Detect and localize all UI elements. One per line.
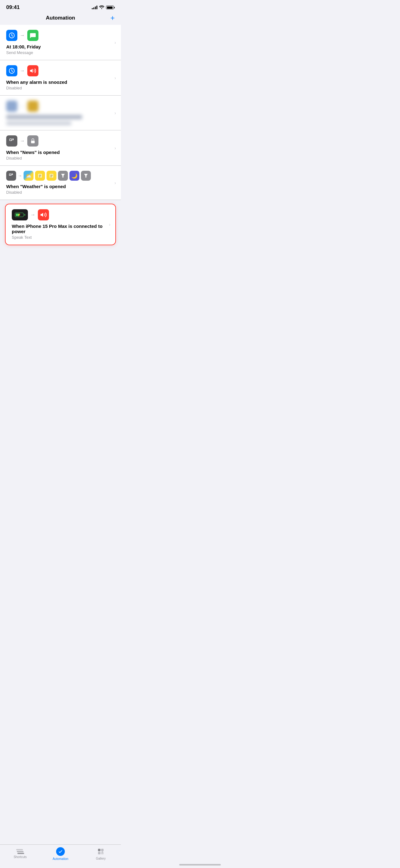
volume-result-icon bbox=[27, 65, 38, 76]
svg-marker-2 bbox=[30, 69, 33, 73]
app-open-trigger-icon-5 bbox=[6, 171, 16, 181]
item-subtitle: Send Message bbox=[6, 50, 115, 55]
automation-item-1[interactable]: → At 18:00, Friday Send Message › bbox=[0, 25, 121, 60]
wifi-icon bbox=[99, 5, 104, 10]
automation-item-4[interactable]: → When "News" is opened Disabled › bbox=[0, 130, 121, 166]
status-time: 09:41 bbox=[6, 4, 20, 10]
automation-list: → At 18:00, Friday Send Message › → bbox=[0, 25, 121, 280]
clock-trigger-icon bbox=[6, 30, 18, 41]
volume-result-icon-6 bbox=[38, 209, 49, 220]
item-subtitle-4: Disabled bbox=[6, 156, 115, 160]
add-automation-button[interactable]: + bbox=[110, 14, 115, 22]
automation-item-6-highlighted[interactable]: ⚡ → When iPhone 15 Pro Max is connected … bbox=[5, 204, 116, 245]
arrow-icon-6: → bbox=[30, 212, 35, 218]
battery-charging-trigger-icon: ⚡ bbox=[12, 209, 28, 220]
nav-header: Automation + bbox=[0, 12, 121, 25]
notes-icon-1 bbox=[35, 171, 45, 181]
item-title-5: When "Weather" is opened bbox=[6, 184, 115, 189]
battery-icon bbox=[106, 6, 115, 9]
status-bar: 09:41 bbox=[0, 0, 121, 12]
svg-rect-3 bbox=[31, 141, 35, 143]
chevron-icon-6: › bbox=[109, 222, 110, 227]
clock-trigger-icon-2 bbox=[6, 65, 18, 76]
chevron-icon-2: › bbox=[114, 75, 116, 81]
filter-icon-2 bbox=[81, 171, 91, 181]
status-icons bbox=[92, 5, 115, 10]
item-title: At 18:00, Friday bbox=[6, 44, 115, 49]
notes-icon-2 bbox=[46, 171, 57, 181]
arrow-icon-5: → bbox=[18, 173, 22, 178]
item-subtitle-2: Disabled bbox=[6, 86, 115, 90]
chevron-icon: › bbox=[114, 40, 116, 45]
item-icons-row-6: ⚡ → bbox=[12, 209, 109, 220]
svg-marker-12 bbox=[61, 174, 65, 178]
arrow-icon-4: → bbox=[20, 138, 25, 144]
item-subtitle-5: Disabled bbox=[6, 190, 115, 195]
chevron-icon-4: › bbox=[114, 146, 116, 151]
app-open-trigger-icon bbox=[6, 135, 18, 147]
arrow-icon: → bbox=[20, 33, 25, 38]
automation-item-2[interactable]: → When any alarm is snoozed Disabled › bbox=[0, 60, 121, 96]
weather-icon: ⛅ bbox=[24, 171, 33, 181]
item-subtitle-6: Speak Text bbox=[12, 235, 109, 240]
svg-marker-13 bbox=[84, 174, 88, 178]
lock-result-icon bbox=[27, 135, 38, 147]
filter-icon-1 bbox=[58, 171, 68, 181]
blurred-content: → bbox=[6, 101, 115, 125]
item-title-4: When "News" is opened bbox=[6, 150, 115, 155]
item-icons-row-4: → bbox=[6, 135, 115, 147]
item-icons-row: → bbox=[6, 30, 115, 41]
messages-result-icon bbox=[27, 30, 38, 41]
automation-item-5[interactable]: → ⛅ bbox=[0, 166, 121, 200]
signal-bars-icon bbox=[92, 6, 97, 9]
page-title: Automation bbox=[46, 15, 75, 21]
item-title-2: When any alarm is snoozed bbox=[6, 80, 115, 85]
automation-item-3-blurred[interactable]: → › bbox=[0, 96, 121, 130]
svg-marker-14 bbox=[41, 213, 43, 217]
chevron-icon-5: › bbox=[114, 180, 116, 185]
item-icons-row-2: → bbox=[6, 65, 115, 76]
arrow-icon-2: → bbox=[20, 68, 25, 73]
chevron-icon-3: › bbox=[114, 111, 116, 116]
item-icons-row-5: → ⛅ bbox=[6, 171, 115, 181]
moon-icon: 🌙 bbox=[69, 171, 79, 181]
item-title-6: When iPhone 15 Pro Max is connected to p… bbox=[12, 223, 109, 234]
